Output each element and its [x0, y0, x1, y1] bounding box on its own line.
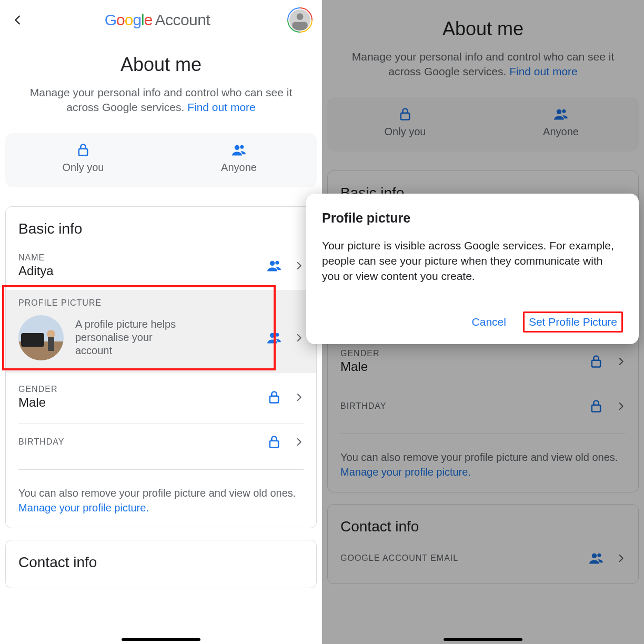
profile-picture-note: You can also remove your profile picture…	[6, 474, 316, 528]
gender-label: GENDER	[340, 349, 379, 358]
lock-icon	[589, 354, 603, 369]
email-label: GOOGLE ACCOUNT EMAIL	[340, 554, 458, 563]
chevron-right-icon	[616, 401, 626, 411]
chevron-right-icon	[616, 357, 626, 366]
birthday-row[interactable]: BIRTHDAY	[328, 393, 638, 429]
gender-value: Male	[340, 359, 379, 374]
profile-picture-label: PROFILE PICTURE	[18, 298, 304, 308]
gender-label: GENDER	[18, 385, 57, 394]
chevron-right-icon	[294, 261, 304, 270]
dialog-title: Profile picture	[322, 210, 623, 226]
learn-more-link[interactable]: Find out more	[187, 101, 256, 113]
visibility-anyone: Anyone	[161, 143, 317, 174]
dialog-body: Your picture is visible across Google se…	[322, 238, 623, 284]
lock-icon	[267, 390, 281, 405]
people-icon	[267, 330, 281, 345]
google-account-logo: Google Account	[105, 11, 210, 29]
back-button[interactable]	[8, 11, 27, 29]
lock-icon	[589, 399, 603, 414]
profile-avatar-button[interactable]	[287, 7, 313, 33]
gender-row[interactable]: GENDER Male	[6, 373, 316, 419]
birthday-label: BIRTHDAY	[340, 401, 386, 411]
email-row[interactable]: GOOGLE ACCOUNT EMAIL	[328, 539, 638, 571]
visibility-legend-card: Only you Anyone	[327, 97, 639, 152]
birthday-label: BIRTHDAY	[18, 437, 64, 447]
only-you-label: Only you	[63, 162, 104, 174]
page-description: Manage your personal info and control wh…	[322, 40, 644, 79]
highlight-annotation: Set Profile Picture	[523, 311, 623, 333]
people-icon	[232, 143, 246, 157]
profile-picture-thumbnail	[18, 315, 64, 360]
basic-info-card: Basic info NAME Aditya PROFILE PICTURE A…	[5, 206, 317, 528]
only-you-label: Only you	[385, 126, 426, 138]
profile-picture-note: You can also remove your profile picture…	[328, 438, 638, 492]
home-indicator	[444, 638, 522, 641]
visibility-only-you: Only you	[5, 143, 161, 174]
profile-picture-row[interactable]: PROFILE PICTURE A profile picture helps …	[6, 290, 316, 373]
name-label: NAME	[18, 253, 54, 263]
profile-picture-dialog: Profile picture Your picture is visible …	[306, 194, 639, 344]
name-row[interactable]: NAME Aditya	[6, 242, 316, 290]
manage-profile-picture-link[interactable]: Manage your profile picture.	[18, 502, 149, 514]
chevron-right-icon	[294, 333, 304, 343]
birthday-row[interactable]: BIRTHDAY	[6, 428, 316, 465]
learn-more-link[interactable]: Find out more	[509, 65, 578, 77]
home-indicator	[122, 638, 200, 641]
lock-icon	[398, 107, 412, 122]
page-title: About me	[322, 18, 644, 40]
visibility-legend-card: Only you Anyone	[5, 133, 317, 187]
page-description: Manage your personal info and control wh…	[0, 76, 322, 115]
note-text: You can also remove your profile picture…	[340, 451, 618, 463]
basic-info-title: Basic info	[6, 217, 316, 242]
cancel-button[interactable]: Cancel	[470, 311, 508, 333]
name-value: Aditya	[18, 264, 54, 278]
people-icon	[554, 107, 568, 122]
set-profile-picture-button[interactable]: Set Profile Picture	[529, 316, 617, 328]
anyone-label: Anyone	[221, 162, 257, 174]
gender-value: Male	[18, 395, 57, 410]
lock-icon	[76, 143, 90, 157]
contact-info-title: Contact info	[328, 515, 638, 539]
people-icon	[589, 551, 603, 566]
avatar-icon	[288, 8, 311, 32]
contact-info-card: Contact info	[5, 540, 317, 588]
note-text: You can also remove your profile picture…	[18, 487, 296, 499]
logo-account-text: Account	[155, 11, 210, 29]
profile-picture-desc: A profile picture helps personalise your…	[75, 318, 191, 357]
contact-info-title: Contact info	[6, 551, 316, 575]
page-title: About me	[0, 54, 322, 76]
manage-profile-picture-link[interactable]: Manage your profile picture.	[340, 466, 471, 478]
visibility-anyone: Anyone	[483, 107, 639, 138]
back-icon	[12, 14, 24, 26]
lock-icon	[267, 435, 281, 449]
contact-info-card: Contact info GOOGLE ACCOUNT EMAIL	[327, 504, 639, 584]
visibility-only-you: Only you	[327, 107, 483, 138]
people-icon	[267, 258, 281, 273]
chevron-right-icon	[294, 437, 304, 447]
chevron-right-icon	[616, 554, 626, 563]
chevron-right-icon	[294, 393, 304, 402]
anyone-label: Anyone	[543, 126, 579, 138]
